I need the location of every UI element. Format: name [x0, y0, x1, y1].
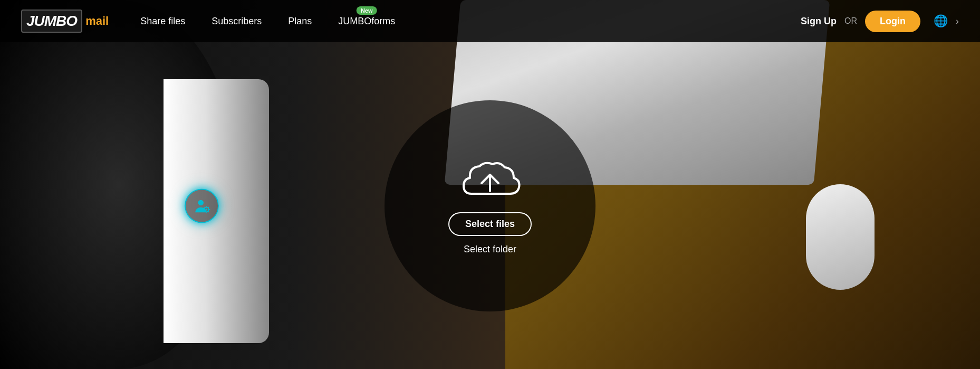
logo-jumbo: JUMBO [21, 10, 82, 33]
svg-point-2 [206, 209, 208, 211]
main-content: Select files Select folder [0, 42, 980, 369]
new-badge: New [357, 6, 377, 15]
or-separator: OR [844, 16, 857, 26]
svg-line-9 [208, 207, 209, 207]
header-right: Sign Up OR Login 🌐 › [801, 11, 959, 32]
main-nav: Share files Subscribers Plans New JUMBOf… [140, 16, 801, 27]
svg-line-7 [204, 207, 204, 207]
nav-item-jumboforms-label: JUMBOforms [338, 16, 395, 26]
logo[interactable]: JUMBO mail [21, 10, 109, 33]
login-button[interactable]: Login [865, 11, 920, 32]
language-chevron-icon[interactable]: › [956, 16, 959, 27]
cloud-upload-icon [458, 157, 522, 204]
nav-item-subscribers[interactable]: Subscribers [212, 16, 262, 27]
sign-up-link[interactable]: Sign Up [801, 16, 837, 27]
select-folder-link[interactable]: Select folder [464, 244, 516, 255]
person-settings-icon[interactable] [185, 188, 219, 223]
globe-icon[interactable]: 🌐 [934, 14, 948, 28]
logo-mail: mail [85, 14, 109, 28]
select-files-button[interactable]: Select files [448, 212, 532, 236]
user-gear-icon [193, 196, 211, 215]
svg-line-10 [204, 211, 204, 212]
nav-item-jumboforms[interactable]: New JUMBOforms [338, 16, 395, 27]
svg-line-8 [208, 211, 209, 212]
upload-overlay: Select files Select folder [385, 100, 595, 311]
header: JUMBO mail Share files Subscribers Plans… [0, 0, 980, 42]
nav-item-plans[interactable]: Plans [288, 16, 312, 27]
svg-point-0 [198, 200, 204, 205]
nav-item-share-files[interactable]: Share files [140, 16, 185, 27]
